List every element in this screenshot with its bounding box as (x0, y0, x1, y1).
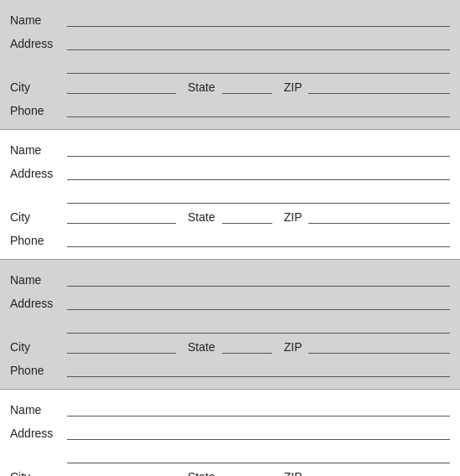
name-field-2[interactable] (67, 142, 450, 157)
phone-row-1: Phone (10, 99, 450, 117)
city-row-3: City State ZIP (10, 339, 450, 354)
name-row-4: Name (10, 398, 450, 416)
state-label-1: State (188, 80, 215, 94)
state-label-2: State (188, 210, 215, 224)
address-field1-2[interactable] (67, 165, 450, 180)
address-row1-3: Address (10, 292, 450, 310)
address-field2-1[interactable] (67, 59, 450, 74)
city-field-4[interactable] (67, 468, 176, 476)
phone-field-2[interactable] (67, 232, 450, 247)
address-row2-4 (10, 445, 450, 463)
state-label-3: State (188, 340, 215, 354)
name-row-1: Name (10, 8, 450, 27)
zip-field-3[interactable] (308, 339, 450, 354)
city-label-1: City (10, 80, 67, 94)
address-field1-4[interactable] (67, 425, 450, 440)
form-section-1: Name Address City State ZIP Phone (0, 0, 460, 130)
state-field-2[interactable] (222, 209, 272, 224)
zip-label-1: ZIP (284, 80, 302, 94)
zip-field-4[interactable] (308, 468, 450, 476)
address-field2-3[interactable] (67, 318, 450, 334)
address-field1-3[interactable] (67, 295, 450, 310)
name-row-3: Name (10, 268, 450, 287)
state-field-4[interactable] (222, 468, 272, 476)
address-label-2: Address (10, 167, 67, 180)
address-label-1: Address (10, 37, 67, 50)
city-row-2: City State ZIP (10, 209, 450, 224)
address-label-3: Address (10, 297, 67, 310)
address-field2-4[interactable] (67, 448, 450, 463)
address-row2-2 (10, 185, 450, 204)
city-field-3[interactable] (67, 339, 176, 354)
address-row2-1 (10, 55, 450, 74)
address-row1-4: Address (10, 422, 450, 440)
zip-field-1[interactable] (308, 79, 450, 94)
phone-label-2: Phone (10, 234, 67, 247)
phone-field-3[interactable] (67, 362, 450, 377)
city-field-2[interactable] (67, 209, 176, 224)
address-row1-1: Address (10, 32, 450, 50)
state-field-3[interactable] (222, 339, 272, 354)
city-label-2: City (10, 210, 67, 224)
zip-label-2: ZIP (284, 210, 302, 224)
form-section-2: Name Address City State ZIP Phone (0, 130, 460, 260)
city-label-4: City (10, 470, 67, 476)
form-section-4: Name Address City State ZIP Phone (0, 390, 460, 476)
name-label-1: Name (10, 13, 67, 27)
name-label-4: Name (10, 403, 67, 416)
zip-field-2[interactable] (308, 209, 450, 224)
name-label-2: Name (10, 143, 67, 157)
phone-label-3: Phone (10, 364, 67, 377)
phone-label-1: Phone (10, 104, 67, 117)
address-row2-3 (10, 315, 450, 334)
state-field-1[interactable] (222, 79, 272, 94)
name-row-2: Name (10, 138, 450, 157)
city-row-4: City State ZIP (10, 468, 450, 476)
zip-label-3: ZIP (284, 340, 302, 354)
name-field-1[interactable] (67, 12, 450, 27)
address-field1-1[interactable] (67, 35, 450, 50)
city-field-1[interactable] (67, 79, 176, 94)
address-field2-2[interactable] (67, 189, 450, 204)
name-field-3[interactable] (67, 272, 450, 287)
name-label-3: Name (10, 273, 67, 287)
form-section-3: Name Address City State ZIP Phone (0, 260, 460, 390)
phone-row-3: Phone (10, 359, 450, 377)
phone-field-1[interactable] (67, 102, 450, 117)
city-label-3: City (10, 340, 67, 354)
name-field-4[interactable] (67, 401, 450, 416)
address-label-4: Address (10, 427, 67, 440)
zip-label-4: ZIP (284, 470, 302, 476)
city-row-1: City State ZIP (10, 79, 450, 94)
state-label-4: State (188, 470, 215, 476)
address-row1-2: Address (10, 162, 450, 180)
phone-row-2: Phone (10, 229, 450, 247)
